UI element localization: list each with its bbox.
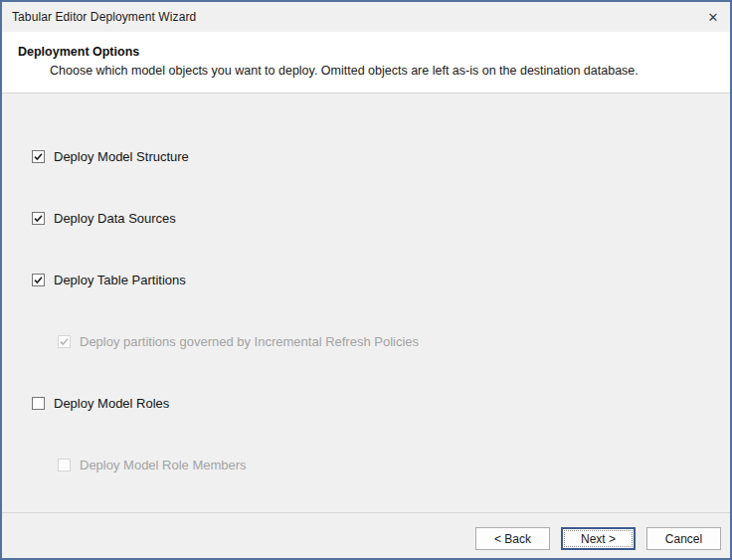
checkbox-option-row[interactable]: Deploy Table Partitions (32, 272, 730, 287)
back-button[interactable]: < Back (475, 527, 550, 550)
checkbox-option-row: Deploy Model Role Members (58, 457, 730, 472)
checkbox[interactable] (32, 397, 45, 410)
checkmark-icon (33, 213, 44, 224)
checkmark-icon (33, 151, 44, 162)
title-bar[interactable]: Tabular Editor Deployment Wizard ✕ (2, 2, 730, 32)
deployment-wizard-window: Tabular Editor Deployment Wizard ✕ Deplo… (0, 0, 732, 560)
next-button[interactable]: Next > (561, 527, 636, 550)
window-title: Tabular Editor Deployment Wizard (12, 10, 696, 24)
checkbox-option-row: Deploy partitions governed by Incrementa… (58, 333, 730, 349)
checkbox-label: Deploy Data Sources (54, 211, 176, 226)
footer-button-bar: < Back Next > Cancel (2, 513, 730, 558)
checkbox-label: Deploy Model Roles (54, 396, 169, 411)
checkbox-option-row[interactable]: Deploy Data Sources (32, 210, 730, 226)
checkbox-option-row[interactable]: Deploy Model Structure (32, 148, 730, 164)
checkbox[interactable] (32, 212, 45, 225)
checkbox (58, 335, 71, 348)
cancel-button[interactable]: Cancel (646, 527, 721, 550)
checkbox-label: Deploy partitions governed by Incrementa… (80, 334, 419, 349)
wizard-header: Deployment Options Choose which model ob… (2, 32, 730, 93)
checkbox-label: Deploy Model Role Members (80, 458, 247, 472)
checkbox[interactable] (32, 150, 45, 163)
checkmark-icon (59, 336, 70, 347)
checkbox-label: Deploy Model Structure (54, 149, 189, 164)
page-title: Deployment Options (18, 45, 714, 59)
checkbox (58, 459, 71, 471)
checkbox-option-row[interactable]: Deploy Model Roles (32, 395, 730, 411)
checkbox-label: Deploy Table Partitions (54, 273, 186, 287)
checkmark-icon (33, 275, 44, 285)
options-list: Deploy Model Structure Deploy Data Sourc… (2, 93, 730, 512)
close-icon[interactable]: ✕ (696, 2, 730, 32)
page-description: Choose which model objects you want to d… (50, 64, 714, 78)
checkbox[interactable] (32, 274, 45, 286)
